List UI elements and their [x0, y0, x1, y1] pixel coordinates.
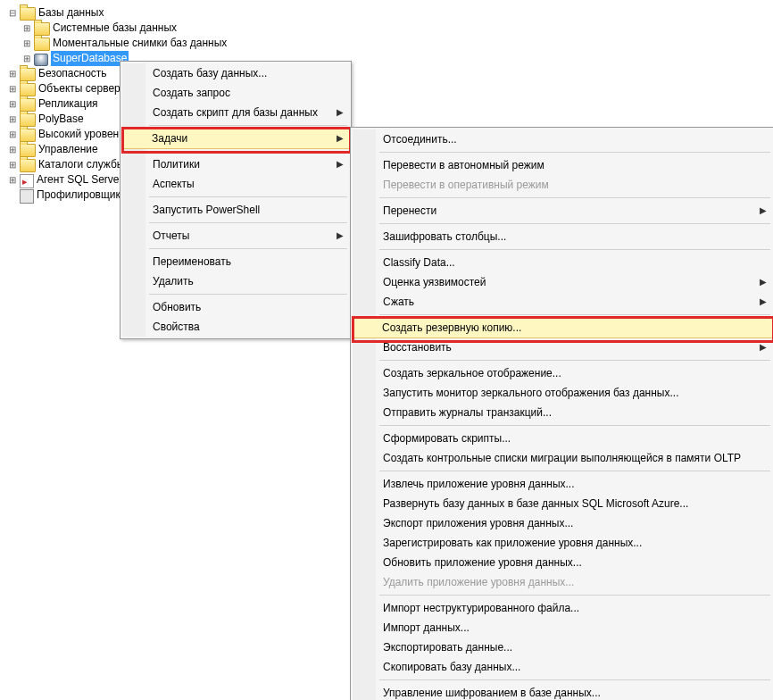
profiler-icon	[20, 189, 34, 204]
menu-item[interactable]: Создать зеркальное отображение...	[353, 363, 772, 383]
chevron-right-icon: ▶	[337, 154, 344, 174]
folder-icon	[20, 83, 36, 96]
expand-icon[interactable]	[20, 37, 34, 51]
menu-item[interactable]: Отправить журналы транзакций...	[353, 403, 772, 422]
chevron-right-icon: ▶	[760, 292, 767, 312]
expand-icon[interactable]	[5, 143, 20, 157]
menu-item-label: Обновить приложение уровня данных...	[383, 556, 582, 569]
menu-item-label: Импорт данных...	[383, 621, 470, 634]
expand-icon[interactable]	[5, 158, 20, 172]
menu-item[interactable]: Обновить	[122, 297, 349, 317]
expand-icon[interactable]	[5, 173, 20, 188]
menu-item[interactable]: Создать базу данных...	[122, 63, 349, 83]
menu-item[interactable]: Экспортировать данные...	[353, 638, 772, 657]
menu-item[interactable]: Создать скрипт для базы данных▶	[122, 103, 349, 122]
menu-item[interactable]: Развернуть базу данных в базе данных SQL…	[353, 494, 772, 513]
expand-icon[interactable]	[20, 21, 34, 36]
collapse-icon[interactable]	[5, 6, 20, 21]
menu-item[interactable]: Импорт неструктурированного файла...	[353, 598, 772, 618]
folder-icon	[20, 98, 36, 112]
menu-item-label: Создать резервную копию...	[382, 321, 521, 334]
folder-icon	[20, 113, 36, 127]
menu-item[interactable]: Задачи▶	[121, 128, 350, 149]
menu-item[interactable]: Управление шифрованием в базе данных...	[353, 683, 772, 700]
menu-item[interactable]: Сформировать скрипты...	[353, 429, 772, 448]
menu-item-label: Сжать	[383, 296, 414, 308]
tree-label: Профилировщик	[37, 188, 121, 203]
menu-item[interactable]: Создать контрольные списки миграции выпо…	[353, 448, 772, 468]
chevron-right-icon: ▶	[337, 103, 344, 122]
menu-item[interactable]: Оценка уязвимостей▶	[353, 272, 772, 292]
menu-item[interactable]: Запустить PowerShell	[122, 200, 349, 220]
expand-icon[interactable]	[5, 112, 20, 127]
tree-label: PolyBase	[38, 112, 84, 127]
menu-item[interactable]: Извлечь приложение уровня данных...	[353, 474, 772, 494]
menu-item-label: Запустить PowerShell	[153, 204, 260, 216]
menu-item[interactable]: Отсоединить...	[353, 129, 772, 149]
menu-separator	[149, 294, 347, 295]
menu-item-label: Импорт неструктурированного файла...	[383, 602, 579, 614]
menu-item-label: Восстановить	[383, 341, 452, 354]
menu-item-label: Извлечь приложение уровня данных...	[383, 478, 575, 490]
menu-item-label: Перевести в автономный режим	[383, 159, 544, 171]
expand-icon[interactable]	[5, 188, 20, 203]
expand-icon[interactable]	[20, 52, 34, 66]
menu-item[interactable]: Переименовать	[122, 252, 349, 271]
tree-label: Системные базы данных	[53, 21, 177, 36]
menu-item[interactable]: Запустить монитор зеркального отображени…	[353, 383, 772, 403]
menu-separator	[379, 223, 770, 224]
tree-node-system-databases[interactable]: Системные базы данных	[5, 21, 773, 36]
menu-item[interactable]: Создать резервную копию...	[352, 317, 773, 338]
context-menu-database[interactable]: Создать базу данных...Создать запросСозд…	[120, 61, 352, 339]
menu-item[interactable]: Перенести▶	[353, 201, 772, 221]
menu-separator	[379, 197, 770, 198]
tree-node-databases[interactable]: Базы данных	[5, 5, 773, 21]
menu-separator	[379, 314, 770, 315]
menu-item-label: Удалить приложение уровня данных...	[383, 576, 574, 588]
menu-item-label: Создать скрипт для базы данных	[153, 106, 318, 119]
menu-item[interactable]: Создать запрос	[122, 83, 349, 103]
tree-label-selected: SuperDatabase	[51, 51, 129, 66]
menu-separator	[379, 679, 770, 680]
chevron-right-icon: ▶	[337, 129, 344, 148]
tree-node-database-snapshots[interactable]: Моментальные снимки баз данных	[5, 36, 773, 51]
menu-item[interactable]: Сжать▶	[353, 292, 772, 312]
menu-item-label: Оценка уязвимостей	[383, 276, 486, 288]
tree-label: Каталоги службы	[38, 157, 124, 172]
menu-separator	[149, 196, 347, 197]
expand-icon[interactable]	[5, 82, 20, 96]
menu-item[interactable]: Восстановить▶	[353, 338, 772, 357]
expand-icon[interactable]	[5, 97, 20, 112]
expand-icon[interactable]	[5, 67, 20, 81]
menu-item-label: Удалить	[153, 275, 194, 288]
menu-item[interactable]: Аспекты	[122, 174, 349, 194]
menu-item-label: Свойства	[153, 321, 200, 333]
menu-item[interactable]: Импорт данных...	[353, 618, 772, 638]
menu-item-label: Запустить монитор зеркального отображени…	[383, 387, 679, 399]
menu-item: Перевести в оперативный режим	[353, 175, 772, 195]
menu-item[interactable]: Зарегистрировать как приложение уровня д…	[353, 533, 772, 553]
menu-item[interactable]: Политики▶	[122, 154, 349, 174]
menu-item-label: Задачи	[152, 132, 187, 145]
menu-item-label: Политики	[153, 158, 200, 171]
menu-item[interactable]: Удалить	[122, 271, 349, 291]
menu-item-label: Создать запрос	[153, 87, 230, 99]
menu-item-label: Перенести	[383, 204, 436, 217]
expand-icon[interactable]	[5, 128, 20, 142]
menu-item-label: Обновить	[153, 301, 201, 313]
menu-item-label: Отправить журналы транзакций...	[383, 406, 552, 419]
menu-item[interactable]: Экспорт приложения уровня данных...	[353, 513, 772, 533]
menu-item[interactable]: Скопировать базу данных...	[353, 657, 772, 677]
menu-item[interactable]: Classify Data...	[353, 253, 772, 272]
chevron-right-icon: ▶	[337, 226, 344, 246]
menu-item[interactable]: Свойства	[122, 317, 349, 337]
context-submenu-tasks[interactable]: Отсоединить...Перевести в автономный реж…	[350, 127, 773, 700]
menu-item[interactable]: Обновить приложение уровня данных...	[353, 553, 772, 572]
menu-separator	[149, 125, 347, 126]
folder-icon	[20, 144, 36, 157]
menu-item[interactable]: Зашифровать столбцы...	[353, 227, 772, 246]
menu-separator	[379, 425, 770, 426]
menu-item-label: Создать базу данных...	[153, 67, 267, 79]
menu-item[interactable]: Отчеты▶	[122, 226, 349, 246]
menu-item[interactable]: Перевести в автономный режим	[353, 155, 772, 175]
